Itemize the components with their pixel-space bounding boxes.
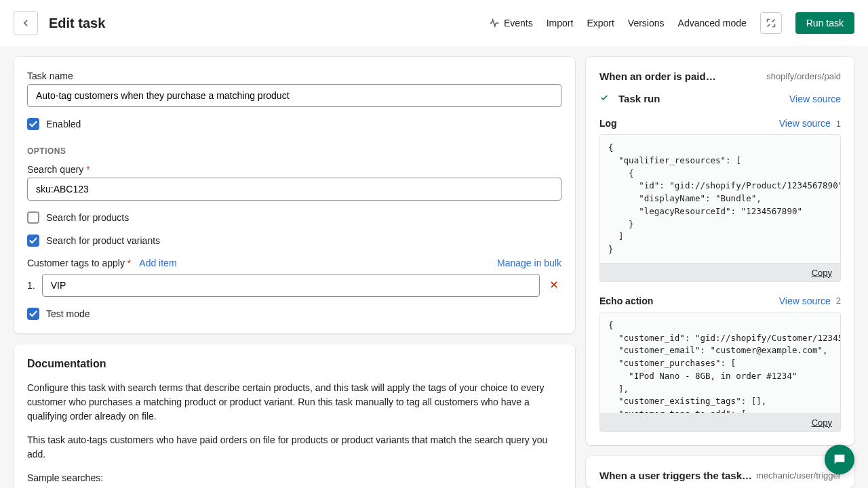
search-variants-label: Search for product variants — [46, 235, 160, 246]
enabled-label: Enabled — [46, 119, 81, 129]
doc-paragraph: Sample searches: — [27, 471, 561, 485]
enabled-row: Enabled — [27, 118, 561, 130]
manage-bulk-link[interactable]: Manage in bulk — [497, 258, 561, 268]
required-marker: * — [86, 164, 90, 175]
options-heading: OPTIONS — [27, 146, 561, 156]
tag-item: 1. — [27, 274, 561, 297]
task-name-input[interactable] — [27, 84, 561, 107]
doc-title: Documentation — [27, 358, 561, 370]
advanced-mode-link[interactable]: Advanced mode — [678, 18, 747, 28]
check-icon — [599, 93, 609, 104]
echo-title: Echo action — [599, 296, 653, 306]
tags-header: Customer tags to apply * Add item Manage… — [27, 258, 561, 268]
copy-bar: Copy — [599, 264, 841, 282]
header-actions: Events Import Export Versions Advanced m… — [489, 12, 854, 34]
page-title: Edit task — [49, 16, 105, 31]
chat-icon — [832, 452, 847, 467]
view-source-link[interactable]: View source — [779, 296, 831, 306]
expand-button[interactable] — [760, 12, 782, 34]
enabled-checkbox[interactable] — [27, 118, 39, 130]
add-item-link[interactable]: Add item — [139, 258, 176, 268]
activity-icon — [489, 18, 500, 28]
tag-input[interactable] — [42, 274, 540, 297]
echo-header: Echo action View source 2 — [599, 296, 841, 306]
help-button[interactable] — [825, 445, 854, 474]
view-source-link[interactable]: View source — [779, 118, 831, 129]
search-variants-checkbox[interactable] — [27, 235, 39, 247]
log-title: Log — [599, 118, 617, 129]
event-header: When a user triggers the task… mechanic/… — [599, 470, 841, 481]
search-products-checkbox[interactable] — [27, 211, 39, 224]
export-link[interactable]: Export — [587, 18, 614, 28]
echo-count: 2 — [836, 296, 841, 306]
page-header: Edit task Events Import Export Versions … — [0, 0, 868, 46]
task-run-row: Task run View source — [599, 93, 841, 104]
event-topic: shopify/orders/paid — [766, 71, 841, 81]
echo-code-block: { "customer_id": "gid://shopify/Customer… — [599, 312, 841, 413]
test-mode-row: Test mode — [27, 308, 561, 320]
search-variants-row: Search for product variants — [27, 235, 561, 247]
import-link[interactable]: Import — [547, 18, 574, 28]
doc-paragraph: This task auto-tags customers who have p… — [27, 433, 561, 462]
close-icon — [549, 280, 559, 289]
task-run-title: Task run — [618, 93, 660, 104]
tags-label: Customer tags to apply * — [27, 258, 131, 268]
remove-tag-button[interactable] — [547, 279, 561, 293]
view-source-link[interactable]: View source — [789, 94, 841, 104]
log-count: 1 — [836, 119, 841, 129]
test-mode-label: Test mode — [46, 308, 90, 319]
event-title: When an order is paid… — [599, 70, 716, 82]
search-query-label: Search query * — [27, 164, 561, 175]
search-products-label: Search for products — [46, 212, 129, 223]
log-header: Log View source 1 — [599, 118, 841, 129]
tag-number: 1. — [27, 280, 35, 291]
event-topic: mechanic/user/trigger — [756, 470, 841, 481]
copy-button[interactable]: Copy — [812, 268, 832, 278]
back-button[interactable] — [14, 11, 38, 35]
test-mode-checkbox[interactable] — [27, 308, 39, 320]
task-card: Task name Enabled OPTIONS Search query *… — [14, 57, 575, 333]
events-link[interactable]: Events — [489, 18, 533, 28]
copy-button[interactable]: Copy — [812, 418, 832, 428]
versions-link[interactable]: Versions — [628, 18, 665, 28]
log-code-block: { "qualifier_resources": [ { "id": "gid:… — [599, 134, 841, 264]
event-header: When an order is paid… shopify/orders/pa… — [599, 70, 841, 82]
run-task-button[interactable]: Run task — [795, 12, 854, 34]
copy-bar: Copy — [599, 413, 841, 432]
main-column: Task name Enabled OPTIONS Search query *… — [14, 57, 575, 488]
event-card: When an order is paid… shopify/orders/pa… — [586, 57, 854, 445]
expand-icon — [766, 18, 776, 28]
doc-paragraph: Configure this task with search terms th… — [27, 381, 561, 424]
event-card: When a user triggers the task… mechanic/… — [586, 456, 854, 488]
arrow-left-icon — [20, 18, 31, 28]
task-name-label: Task name — [27, 70, 561, 81]
event-title: When a user triggers the task… — [599, 470, 752, 481]
documentation-card: Documentation Configure this task with s… — [14, 344, 575, 488]
side-column: When an order is paid… shopify/orders/pa… — [586, 57, 854, 488]
content: Task name Enabled OPTIONS Search query *… — [0, 46, 868, 488]
search-query-input[interactable] — [27, 178, 561, 201]
search-products-row: Search for products — [27, 211, 561, 224]
